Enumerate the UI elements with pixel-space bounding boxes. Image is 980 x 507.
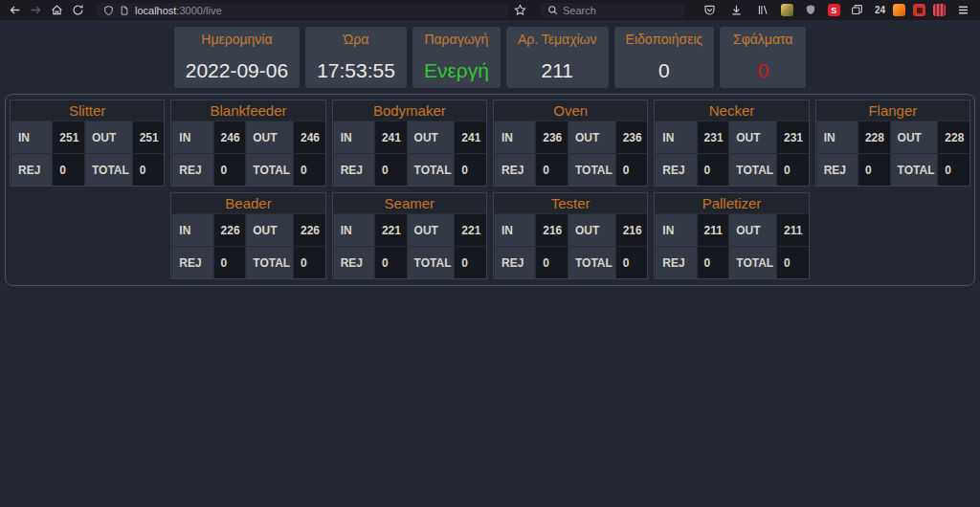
- in-value-cell: 211: [697, 213, 729, 246]
- machine-title: Flanger: [816, 100, 969, 121]
- bookmark-star-icon: [514, 4, 526, 16]
- in-value-cell: 241: [374, 121, 407, 153]
- search-icon: [547, 5, 558, 15]
- machines-panel: Slitter IN 251 OUT 251 REJ 0 TOTAL 0 Bla…: [5, 94, 975, 286]
- shield-extension-button[interactable]: [801, 2, 820, 18]
- machine-card: Seamer IN 221 OUT 221 REJ 0 TOTAL 0: [332, 192, 487, 279]
- rej-value-cell: 0: [697, 153, 729, 186]
- machine-title: Tester: [494, 193, 647, 213]
- bookmark-button[interactable]: [510, 2, 529, 18]
- in-label-cell: IN: [494, 213, 535, 246]
- in-label-cell: IN: [333, 213, 374, 246]
- total-value-cell: 0: [293, 153, 325, 186]
- out-label-cell: OUT: [407, 213, 455, 246]
- total-label-cell: TOTAL: [84, 153, 132, 186]
- extension-duck-icon[interactable]: [781, 4, 793, 16]
- extension-fox-icon[interactable]: [893, 4, 905, 16]
- stat-card: Παραγωγή Ενεργή: [412, 27, 501, 88]
- rej-label-cell: REJ: [171, 246, 212, 278]
- rej-value-cell: 0: [52, 153, 84, 186]
- downloads-button[interactable]: [727, 2, 746, 18]
- rej-label-cell: REJ: [655, 246, 696, 278]
- rej-value-cell: 0: [697, 246, 729, 278]
- url-host: localhost: [135, 5, 176, 16]
- url-bar[interactable]: localhost:3000/live: [97, 3, 508, 18]
- out-value-cell: 246: [293, 121, 325, 153]
- machine-table: IN 221 OUT 221 REJ 0 TOTAL 0: [333, 213, 486, 278]
- extension-red-icon[interactable]: [913, 4, 925, 16]
- rej-label-cell: REJ: [171, 153, 212, 186]
- out-value-cell: 221: [454, 213, 486, 246]
- rej-label-cell: REJ: [494, 153, 535, 186]
- rej-value-cell: 0: [213, 246, 246, 278]
- rej-label-cell: REJ: [333, 246, 374, 278]
- in-label-cell: IN: [171, 213, 212, 246]
- machine-title: Necker: [655, 100, 808, 121]
- total-label-cell: TOTAL: [407, 246, 455, 278]
- download-icon: [730, 4, 743, 16]
- in-label-cell: IN: [655, 213, 696, 246]
- machine-table: IN 251 OUT 251 REJ 0 TOTAL 0: [11, 121, 164, 186]
- rej-label-cell: REJ: [655, 153, 696, 186]
- machine-table: IN 231 OUT 231 REJ 0 TOTAL 0: [655, 121, 808, 186]
- in-value-cell: 216: [535, 213, 568, 246]
- out-label-cell: OUT: [890, 121, 938, 153]
- rej-value-cell: 0: [535, 246, 568, 278]
- total-label-cell: TOTAL: [890, 153, 938, 186]
- stat-card: Ημερομηνία 2022-09-06: [174, 27, 300, 88]
- extension-pink-icon[interactable]: [933, 4, 946, 16]
- browser-window: localhost:3000/live Search S: [0, 0, 980, 507]
- total-value-cell: 0: [454, 153, 486, 186]
- pocket-icon: [703, 4, 716, 16]
- machine-title: Palletizer: [655, 193, 808, 213]
- in-value-cell: 251: [52, 121, 84, 153]
- url-text: localhost:3000/live: [135, 3, 222, 18]
- menu-icon: [957, 4, 969, 16]
- out-value-cell: 226: [293, 213, 325, 246]
- stat-label: Παραγωγή: [424, 32, 489, 47]
- out-label-cell: OUT: [84, 121, 132, 153]
- machines-grid: Slitter IN 251 OUT 251 REJ 0 TOTAL 0 Bla…: [10, 99, 970, 279]
- pocket-button[interactable]: [701, 2, 720, 18]
- rej-value-cell: 0: [858, 153, 890, 186]
- total-label-cell: TOTAL: [568, 153, 615, 186]
- search-placeholder: Search: [563, 5, 596, 16]
- total-label-cell: TOTAL: [568, 246, 615, 278]
- out-value-cell: 236: [615, 121, 648, 153]
- extension-s-icon[interactable]: S: [828, 4, 840, 16]
- stat-value: 211: [518, 59, 597, 83]
- total-value-cell: 0: [615, 153, 648, 186]
- machine-table: IN 241 OUT 241 REJ 0 TOTAL 0: [333, 121, 486, 186]
- stat-label: Ειδοποιήσεις: [626, 32, 703, 47]
- browser-toolbar: localhost:3000/live Search S: [0, 0, 980, 20]
- machine-title: Seamer: [333, 193, 486, 213]
- machine-title: Bodymaker: [333, 100, 486, 121]
- machine-title: Beader: [171, 193, 324, 213]
- out-label-cell: OUT: [568, 213, 615, 246]
- total-label-cell: TOTAL: [728, 246, 776, 278]
- in-label-cell: IN: [11, 121, 52, 153]
- total-label-cell: TOTAL: [245, 246, 293, 278]
- tabs-button[interactable]: [848, 2, 867, 18]
- library-button[interactable]: [754, 2, 773, 18]
- back-button[interactable]: [5, 2, 24, 18]
- home-button[interactable]: [47, 2, 66, 18]
- browser-search-bar[interactable]: Search: [541, 3, 684, 18]
- stat-card: Ειδοποιήσεις 0: [614, 27, 715, 88]
- out-label-cell: OUT: [245, 121, 293, 153]
- rej-value-cell: 0: [374, 246, 407, 278]
- stat-value: 0: [731, 59, 794, 83]
- reload-button[interactable]: [68, 2, 87, 18]
- forward-button[interactable]: [26, 2, 45, 18]
- total-label-cell: TOTAL: [245, 153, 293, 186]
- stat-value: Ενεργή: [424, 59, 489, 83]
- tab-count[interactable]: 24: [875, 5, 885, 15]
- menu-button[interactable]: [953, 2, 972, 18]
- machine-card: Palletizer IN 211 OUT 211 REJ 0 TOTAL 0: [654, 192, 809, 279]
- shield-gray-icon: [805, 4, 816, 16]
- url-path: :3000/live: [176, 5, 221, 16]
- stat-label: Σφάλματα: [731, 32, 794, 47]
- machine-card: Tester IN 216 OUT 216 REJ 0 TOTAL 0: [493, 192, 648, 279]
- out-value-cell: 251: [132, 121, 165, 153]
- machine-table: IN 216 OUT 216 REJ 0 TOTAL 0: [494, 213, 647, 278]
